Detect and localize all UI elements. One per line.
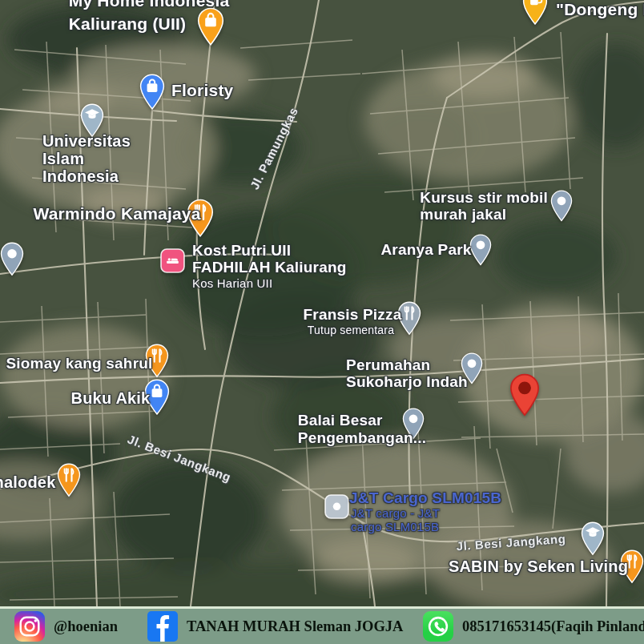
floristy-marker[interactable] [139,74,165,110]
halodek-label[interactable]: halodek [0,473,55,491]
property-location-marker-marker[interactable] [509,373,540,417]
label-line: J&T cargo - J&T [351,506,440,520]
instagram-contact: @hoenian [14,611,118,642]
label-line: J&T Cargo SLM015B [349,489,501,506]
label-line: Islam [42,150,131,167]
my-home-indonesia-label[interactable]: My Home IndonesiaKaliurang (UII) [69,0,230,35]
instagram-icon[interactable] [14,611,45,642]
aranya-park-label[interactable]: Aranya Park [380,241,471,258]
perumahan-sukoharjo-indah-label[interactable]: PerumahanSukoharjo Indah [346,356,468,390]
label-line: Tutup sementara [308,324,394,336]
label-line: Aranya Park [380,241,471,258]
dot-pin-icon [324,494,349,519]
label-line: Siomay kang sahrul [6,355,152,372]
food-pin-icon [57,463,81,497]
label-line: halodek [0,473,55,491]
sabin-by-seken-living-label[interactable]: SABIN by Seken Living [449,557,628,575]
aranya-park-marker[interactable] [469,234,492,266]
jnt-cargo-slm015b-label[interactable]: J&T Cargo SLM015B [349,489,501,506]
contact-footer-bar: @hoenian TANAH MURAH Sleman JOGJA 085171… [0,606,644,644]
whatsapp-number: 085171653145(Faqih Pinland) [462,618,644,635]
label-line: Kost Putri UII [192,242,347,259]
universitas-islam-indonesia-label[interactable]: UniversitasIslamIndonesia [42,132,131,185]
label-line: Fransis Pizza [304,306,402,323]
label-line: Sukoharjo Indah [346,373,468,390]
whatsapp-contact: 085171653145(Faqih Pinland) [423,611,644,642]
road-label-jl-pamungkas: Jl. Pamungkas [248,105,300,191]
road-label-jl-besi-jangkang-east: Jl. Besi Jangkang [456,532,566,553]
facebook-contact: TANAH MURAH Sleman JOGJA [147,611,403,642]
label-line: Balai Besar [298,412,426,429]
dongeng-kopi-label[interactable]: "Dongeng Kopi [556,0,644,20]
jnt-cargo-slm015b-marker[interactable] [324,494,349,519]
halodek-marker[interactable] [57,463,81,497]
label-line: My Home Indonesia [69,0,230,12]
kursus-stir-mobil-murah-jakal-marker[interactable] [550,190,573,222]
dot-pin-icon [550,190,573,222]
buku-akik-label[interactable]: Buku Akik [71,389,151,407]
bed-pin-icon [160,248,185,273]
balai-besar-pengembangan-label[interactable]: Balai BesarPengembangan... [298,412,426,447]
warmindo-kamajaya-label[interactable]: Warmindo Kamajaya [33,204,200,223]
label-line: Indonesia [42,167,131,185]
label-line: Warmindo Kamajaya [33,204,200,223]
facebook-icon[interactable] [147,611,178,642]
kost-putri-uii-fadhilah-sublabel[interactable]: Kos Harian UII [192,276,272,290]
label-line: Kos Harian UII [192,276,272,290]
label-line: murah jakal [420,206,548,223]
sabin-graduation-place-marker[interactable] [581,521,605,556]
left-edge-place-marker[interactable] [0,242,24,276]
fransis-pizza-label[interactable]: Fransis Pizza [304,306,402,323]
kost-putri-uii-fadhilah-marker[interactable] [160,248,185,273]
fransis-pizza-sublabel[interactable]: Tutup sementara [308,324,394,336]
label-line: cargo SLM015B [351,520,440,533]
siomay-kang-sahrul-label[interactable]: Siomay kang sahrul [6,355,152,372]
label-line: Perumahan [346,356,468,373]
grad-pin-icon [581,521,605,556]
label-line: Kursus stir mobil [420,189,548,206]
dongeng-kopi-marker[interactable] [522,0,548,25]
red-pin-icon [509,373,540,417]
facebook-f-glyph [148,612,178,642]
whatsapp-icon[interactable] [423,611,453,642]
road-label-jl-besi-jangkang-west: Jl. Besi Jangkang [126,433,233,485]
dot-pin-icon [469,234,492,266]
cup-pin-icon [522,0,548,25]
label-line: Buku Akik [71,389,151,407]
satellite-map[interactable]: My Home IndonesiaKaliurang (UII) "Dongen… [0,0,644,606]
dot-pin-icon [0,242,24,276]
map-screenshot: My Home IndonesiaKaliurang (UII) "Dongen… [0,0,644,644]
facebook-page-name: TANAH MURAH Sleman JOGJA [187,618,403,635]
label-line: Pengembangan... [298,429,426,447]
kursus-stir-mobil-murah-jakal-label[interactable]: Kursus stir mobilmurah jakal [420,189,548,223]
jnt-cargo-slm015b-sublabel[interactable]: J&T cargo - J&Tcargo SLM015B [351,506,440,533]
label-line: Universitas [42,132,131,150]
label-line: SABIN by Seken Living [449,557,628,575]
label-line: FADHILAH Kaliurang [192,259,347,276]
floristy-label[interactable]: Floristy [171,80,233,101]
label-line: "Dongeng Kopi [556,0,644,20]
kost-putri-uii-fadhilah-label[interactable]: Kost Putri UIIFADHILAH Kaliurang [192,242,347,276]
bag-pin-icon [139,74,165,110]
label-line: Floristy [171,80,233,101]
whatsapp-phone-glyph [423,611,453,642]
instagram-camera-glyph [14,611,45,642]
instagram-handle: @hoenian [54,618,118,635]
label-line: Kaliurang (UII) [69,12,230,35]
